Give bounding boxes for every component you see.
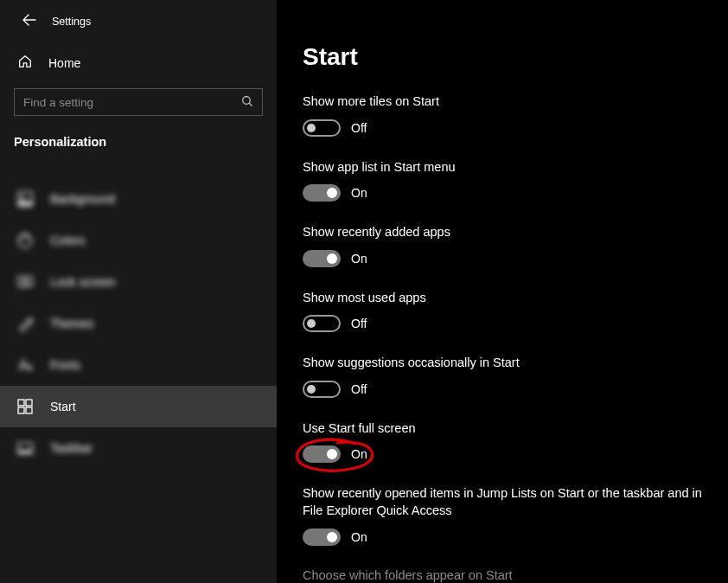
svg-point-5 bbox=[22, 236, 24, 238]
background-icon bbox=[17, 191, 33, 207]
sidebar-item-taskbar[interactable]: Taskbar bbox=[0, 427, 277, 469]
toggle-suggestions[interactable] bbox=[303, 381, 341, 398]
toggle-state-text: On bbox=[351, 530, 367, 544]
svg-rect-11 bbox=[18, 407, 24, 413]
setting-most-used: Show most used apps Off bbox=[303, 290, 702, 333]
svg-point-4 bbox=[21, 239, 22, 240]
toggle-row: Off bbox=[303, 315, 702, 332]
setting-suggestions: Show suggestions occasionally in Start O… bbox=[303, 355, 702, 398]
lockscreen-icon bbox=[17, 274, 33, 290]
setting-label: Use Start full screen bbox=[303, 420, 702, 438]
setting-label: Show app list in Start menu bbox=[303, 159, 702, 176]
toggle-most-used[interactable] bbox=[303, 315, 341, 332]
search-container bbox=[0, 81, 277, 131]
titlebar: Settings bbox=[0, 0, 277, 38]
home-icon bbox=[17, 54, 33, 73]
settings-app: Settings Home Personalization Backgro bbox=[0, 0, 728, 583]
toggle-row: On bbox=[303, 184, 702, 202]
setting-show-more-tiles: Show more tiles on Start Off bbox=[303, 93, 702, 137]
svg-point-0 bbox=[243, 96, 251, 104]
svg-rect-8 bbox=[22, 281, 28, 285]
nav-list: Background Colors Lock screen Themes bbox=[0, 178, 277, 469]
setting-label: Show suggestions occasionally in Start bbox=[303, 355, 702, 372]
nav-label: Lock screen bbox=[50, 275, 115, 289]
toggle-show-app-list[interactable] bbox=[303, 184, 341, 202]
sidebar: Settings Home Personalization Backgro bbox=[0, 0, 277, 583]
setting-label: Show more tiles on Start bbox=[303, 93, 702, 111]
search-input[interactable] bbox=[23, 96, 241, 109]
svg-rect-12 bbox=[26, 407, 32, 413]
nav-label: Background bbox=[50, 192, 115, 206]
back-arrow-icon[interactable] bbox=[22, 14, 36, 29]
setting-show-app-list: Show app list in Start menu On bbox=[303, 159, 702, 202]
toggle-full-screen[interactable] bbox=[303, 445, 341, 463]
toggle-row: Off bbox=[303, 381, 702, 398]
search-icon bbox=[241, 95, 253, 110]
toggle-state-text: Off bbox=[351, 382, 367, 396]
app-title: Settings bbox=[52, 16, 91, 28]
search-box[interactable] bbox=[14, 88, 263, 116]
nav-label: Start bbox=[50, 400, 76, 413]
home-label: Home bbox=[48, 56, 80, 70]
setting-label: Show most used apps bbox=[303, 290, 702, 307]
page-title: Start bbox=[303, 43, 702, 71]
taskbar-icon bbox=[17, 440, 33, 456]
toggle-jump-lists[interactable] bbox=[303, 529, 341, 546]
svg-rect-9 bbox=[18, 400, 24, 406]
toggle-state-text: On bbox=[351, 447, 367, 461]
sidebar-item-background[interactable]: Background bbox=[0, 178, 277, 220]
setting-label: Show recently opened items in Jump Lists… bbox=[303, 485, 702, 519]
toggle-show-more-tiles[interactable] bbox=[303, 119, 341, 137]
svg-point-3 bbox=[22, 195, 24, 198]
section-title: Personalization bbox=[0, 131, 277, 161]
toggle-row: On bbox=[303, 250, 702, 267]
nav-label: Fonts bbox=[50, 358, 80, 372]
setting-recently-added: Show recently added apps On bbox=[303, 224, 702, 267]
colors-icon bbox=[17, 233, 33, 248]
svg-point-6 bbox=[26, 236, 28, 238]
toggle-recently-added[interactable] bbox=[303, 250, 341, 267]
sidebar-item-fonts[interactable]: Fonts bbox=[0, 344, 277, 386]
sidebar-item-start[interactable]: Start bbox=[0, 386, 277, 427]
nav-label: Taskbar bbox=[50, 441, 93, 455]
setting-full-screen: Use Start full screen On bbox=[303, 420, 702, 464]
toggle-state-text: Off bbox=[351, 121, 367, 135]
choose-folders-link[interactable]: Choose which folders appear on Start bbox=[303, 568, 702, 582]
svg-rect-14 bbox=[18, 451, 32, 453]
nav-label: Themes bbox=[50, 317, 94, 330]
toggle-state-text: On bbox=[351, 252, 367, 266]
svg-line-1 bbox=[249, 103, 252, 106]
start-icon bbox=[17, 399, 33, 414]
setting-jump-lists: Show recently opened items in Jump Lists… bbox=[303, 485, 702, 545]
toggle-state-text: Off bbox=[351, 317, 367, 330]
sidebar-item-lockscreen[interactable]: Lock screen bbox=[0, 261, 277, 303]
main-content: Start Show more tiles on Start Off Show … bbox=[277, 0, 728, 583]
home-nav[interactable]: Home bbox=[0, 38, 277, 81]
toggle-state-text: On bbox=[351, 186, 367, 200]
toggle-row: Off bbox=[303, 119, 702, 137]
themes-icon bbox=[17, 316, 33, 331]
nav-label: Colors bbox=[50, 234, 85, 247]
svg-rect-10 bbox=[26, 400, 32, 406]
sidebar-item-themes[interactable]: Themes bbox=[0, 303, 277, 344]
toggle-row: On bbox=[303, 529, 702, 546]
fonts-icon bbox=[17, 357, 33, 373]
toggle-row: On bbox=[303, 445, 702, 463]
setting-label: Show recently added apps bbox=[303, 224, 702, 241]
sidebar-item-colors[interactable]: Colors bbox=[0, 220, 277, 261]
